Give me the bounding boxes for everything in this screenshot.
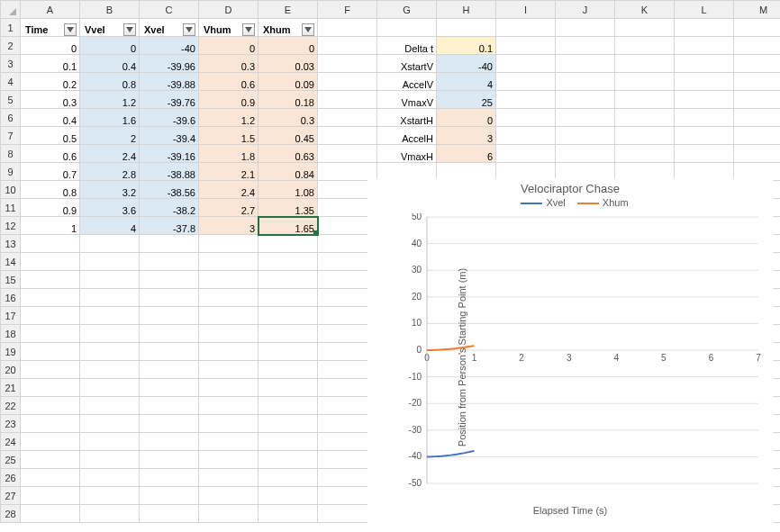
cell-D10[interactable]: 2.4 — [199, 181, 258, 199]
cell-E4[interactable]: 0.09 — [258, 73, 318, 91]
cell-K8[interactable] — [615, 145, 675, 163]
cell-D28[interactable] — [199, 505, 258, 523]
cell-D8[interactable]: 1.8 — [199, 145, 258, 163]
cell-A20[interactable] — [21, 361, 80, 379]
cell-B4[interactable]: 0.8 — [80, 73, 140, 91]
cell-M4[interactable] — [734, 73, 781, 91]
cell-K3[interactable] — [615, 55, 675, 73]
cell-C11[interactable]: -38.2 — [140, 199, 199, 217]
cell-A2[interactable]: 0 — [21, 37, 80, 55]
cell-A3[interactable]: 0.1 — [21, 55, 80, 73]
cell-L8[interactable] — [675, 145, 734, 163]
cell-A28[interactable] — [21, 505, 80, 523]
row-header-7[interactable]: 7 — [1, 127, 21, 145]
cell-J5[interactable] — [556, 91, 615, 109]
cell-A12[interactable]: 1 — [21, 217, 80, 235]
cell-A23[interactable] — [21, 415, 80, 433]
cell-E6[interactable]: 0.3 — [258, 109, 318, 127]
cell-L2[interactable] — [675, 37, 734, 55]
column-header-D[interactable]: D — [199, 1, 258, 19]
cell-C26[interactable] — [140, 469, 199, 487]
column-header-M[interactable]: M — [734, 1, 781, 19]
filter-button-xhum[interactable] — [302, 23, 314, 36]
cell-E11[interactable]: 1.35 — [258, 199, 318, 217]
cell-B8[interactable]: 2.4 — [80, 145, 140, 163]
cell-D13[interactable] — [199, 235, 258, 253]
column-header-H[interactable]: H — [437, 1, 496, 19]
param-value-VmaxV[interactable]: 25 — [437, 91, 496, 109]
cell-I8[interactable] — [496, 145, 556, 163]
cell-B21[interactable] — [80, 379, 140, 397]
cell-B17[interactable] — [80, 307, 140, 325]
cell-D15[interactable] — [199, 271, 258, 289]
cell-D22[interactable] — [199, 397, 258, 415]
cell-E18[interactable] — [258, 325, 318, 343]
cell-D7[interactable]: 1.5 — [199, 127, 258, 145]
cell-A8[interactable]: 0.6 — [21, 145, 80, 163]
cell-K5[interactable] — [615, 91, 675, 109]
cell-E12[interactable]: 1.65 — [258, 217, 318, 235]
cell-A24[interactable] — [21, 433, 80, 451]
cell-D26[interactable] — [199, 469, 258, 487]
cell-A26[interactable] — [21, 469, 80, 487]
cell-C22[interactable] — [140, 397, 199, 415]
cell-I2[interactable] — [496, 37, 556, 55]
cell-C8[interactable]: -39.16 — [140, 145, 199, 163]
row-header-25[interactable]: 25 — [1, 451, 21, 469]
cell-M1[interactable] — [734, 19, 781, 37]
row-header-16[interactable]: 16 — [1, 289, 21, 307]
cell-E25[interactable] — [258, 451, 318, 469]
param-label-XstartH[interactable]: XstartH — [377, 109, 437, 127]
cell-E17[interactable] — [258, 307, 318, 325]
cell-E5[interactable]: 0.18 — [258, 91, 318, 109]
cell-L5[interactable] — [675, 91, 734, 109]
column-header-L[interactable]: L — [675, 1, 734, 19]
row-header-18[interactable]: 18 — [1, 325, 21, 343]
cell-C2[interactable]: -40 — [140, 37, 199, 55]
cell-D16[interactable] — [199, 289, 258, 307]
cell-F8[interactable] — [318, 145, 377, 163]
cell-C15[interactable] — [140, 271, 199, 289]
cell-M5[interactable] — [734, 91, 781, 109]
param-label-VmaxV[interactable]: VmaxV — [377, 91, 437, 109]
cell-D3[interactable]: 0.3 — [199, 55, 258, 73]
cell-D11[interactable]: 2.7 — [199, 199, 258, 217]
cell-E27[interactable] — [258, 487, 318, 505]
cell-B20[interactable] — [80, 361, 140, 379]
cell-B23[interactable] — [80, 415, 140, 433]
row-header-22[interactable]: 22 — [1, 397, 21, 415]
cell-B3[interactable]: 0.4 — [80, 55, 140, 73]
param-value-XstartH[interactable]: 0 — [437, 109, 496, 127]
param-value-Delta t[interactable]: 0.1 — [437, 37, 496, 55]
cell-A9[interactable]: 0.7 — [21, 163, 80, 181]
cell-E24[interactable] — [258, 433, 318, 451]
cell-J6[interactable] — [556, 109, 615, 127]
cell-L6[interactable] — [675, 109, 734, 127]
cell-I7[interactable] — [496, 127, 556, 145]
row-header-9[interactable]: 9 — [1, 163, 21, 181]
cell-A19[interactable] — [21, 343, 80, 361]
cell-B10[interactable]: 3.2 — [80, 181, 140, 199]
filter-button-vhum[interactable] — [242, 23, 255, 36]
column-header-E[interactable]: E — [258, 1, 318, 19]
cell-A11[interactable]: 0.9 — [21, 199, 80, 217]
cell-C25[interactable] — [140, 451, 199, 469]
cell-L1[interactable] — [675, 19, 734, 37]
param-label-Delta t[interactable]: Delta t — [377, 37, 437, 55]
cell-B27[interactable] — [80, 487, 140, 505]
cell-B19[interactable] — [80, 343, 140, 361]
cell-F4[interactable] — [318, 73, 377, 91]
cell-C4[interactable]: -39.88 — [140, 73, 199, 91]
column-header-B[interactable]: B — [80, 1, 140, 19]
cell-E3[interactable]: 0.03 — [258, 55, 318, 73]
cell-K4[interactable] — [615, 73, 675, 91]
cell-C10[interactable]: -38.56 — [140, 181, 199, 199]
column-header-A[interactable]: A — [21, 1, 80, 19]
cell-A13[interactable] — [21, 235, 80, 253]
cell-C13[interactable] — [140, 235, 199, 253]
cell-K1[interactable] — [615, 19, 675, 37]
cell-C7[interactable]: -39.4 — [140, 127, 199, 145]
cell-B15[interactable] — [80, 271, 140, 289]
cell-D24[interactable] — [199, 433, 258, 451]
cell-A21[interactable] — [21, 379, 80, 397]
